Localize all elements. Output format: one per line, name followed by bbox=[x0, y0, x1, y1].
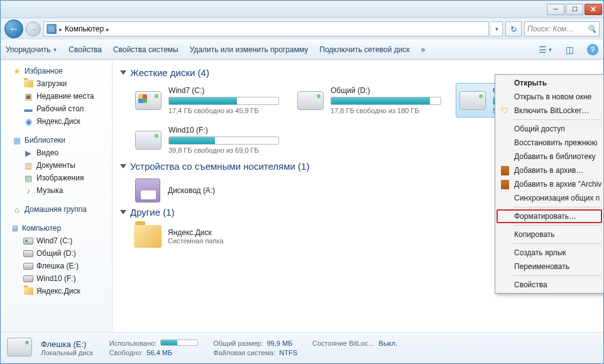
system-properties-button[interactable]: Свойства системы bbox=[113, 45, 178, 54]
menu-separator bbox=[513, 275, 601, 276]
minimize-button[interactable]: ─ bbox=[547, 4, 564, 15]
back-button[interactable]: ← bbox=[4, 19, 23, 38]
drive-icon bbox=[23, 236, 33, 246]
sidebar-yandex-folder[interactable]: Яндекс.Диск bbox=[1, 285, 112, 297]
document-icon: ▥ bbox=[23, 160, 33, 170]
preview-pane-button[interactable]: ◫ bbox=[563, 43, 576, 56]
used-bar bbox=[160, 339, 198, 346]
sidebar-documents[interactable]: ▥Документы bbox=[1, 159, 112, 172]
rar-icon bbox=[500, 179, 510, 189]
star-icon: ★ bbox=[12, 66, 22, 76]
navigation-pane: ★Избранное Загрузки ▣Недавние места ▬Раб… bbox=[1, 60, 113, 332]
menu-item-label: Свойства bbox=[514, 280, 547, 289]
sidebar-downloads[interactable]: Загрузки bbox=[1, 77, 112, 90]
map-drive-button[interactable]: Подключить сетевой диск bbox=[319, 45, 409, 54]
search-input[interactable]: Поиск: Ком… 🔍 bbox=[524, 21, 600, 36]
chevron-down-icon: ▼ bbox=[52, 47, 57, 53]
recent-icon: ▣ bbox=[23, 91, 33, 101]
sidebar-drive-e[interactable]: Флешка (E:) bbox=[1, 260, 112, 272]
menu-item-label: Добавить в архив… bbox=[514, 166, 583, 175]
properties-button[interactable]: Свойства bbox=[69, 45, 102, 54]
breadcrumb-text[interactable]: Компьютер bbox=[65, 25, 104, 33]
sidebar-favorites[interactable]: ★Избранное bbox=[1, 65, 112, 77]
menu-item-label: Форматировать… bbox=[514, 212, 576, 221]
details-title: Флешка (E:) bbox=[41, 339, 93, 349]
menu-separator bbox=[513, 207, 601, 207]
sidebar-recent[interactable]: ▣Недавние места bbox=[1, 90, 112, 102]
sidebar-pictures[interactable]: ▧Изображения bbox=[1, 172, 112, 184]
disk-icon: ◉ bbox=[23, 116, 33, 126]
overflow-button[interactable]: » bbox=[421, 45, 426, 54]
video-icon: ▶ bbox=[23, 148, 33, 158]
context-menu-item[interactable]: Восстановить прежнюю bbox=[497, 136, 602, 150]
floppy-icon bbox=[134, 179, 162, 202]
music-icon: ♪ bbox=[23, 185, 33, 196]
refresh-button[interactable]: ↻ bbox=[505, 21, 522, 36]
details-pane: Флешка (E:) Локальный диск Использовано:… bbox=[1, 332, 603, 363]
context-menu-item[interactable]: Синхронизация общих п bbox=[497, 191, 602, 205]
menu-item-label: Создать ярлык bbox=[514, 248, 566, 257]
context-menu-item[interactable]: Форматировать… bbox=[497, 209, 602, 223]
maximize-button[interactable]: ☐ bbox=[566, 4, 583, 15]
picture-icon: ▧ bbox=[23, 173, 33, 183]
menu-item-label: Синхронизация общих п bbox=[514, 194, 600, 202]
forward-button[interactable]: → bbox=[26, 21, 41, 36]
drive-wind10-f[interactable]: Wind10 (F:) 39,8 ГБ свободно из 69,0 ГБ bbox=[131, 123, 282, 157]
context-menu-item[interactable]: 🛡Включить BitLocker… bbox=[497, 104, 602, 118]
context-menu-item[interactable]: Добавить в архив… bbox=[497, 163, 602, 177]
sidebar-drive-f[interactable]: Wind10 (F:) bbox=[1, 272, 112, 285]
context-menu-item[interactable]: Общий доступ bbox=[497, 122, 602, 136]
capacity-bar bbox=[168, 136, 279, 145]
context-menu-item[interactable]: Создать ярлык bbox=[497, 246, 602, 260]
context-menu-item[interactable]: Добавить в архив "Archiv bbox=[497, 177, 602, 191]
folder-icon bbox=[23, 286, 33, 296]
collapse-icon bbox=[120, 164, 126, 168]
sidebar-libraries[interactable]: ▦Библиотеки bbox=[1, 134, 112, 146]
drive-wind7-c[interactable]: Wind7 (C:) 17,4 ГБ свободно из 45,9 ГБ bbox=[131, 83, 282, 118]
title-bar: ─ ☐ ✕ bbox=[1, 1, 603, 18]
menu-separator bbox=[513, 243, 601, 244]
drive-common-d[interactable]: Общий (D:) 17,8 ГБ свободно из 180 ГБ bbox=[294, 83, 444, 118]
context-menu-item[interactable]: Копировать bbox=[497, 228, 602, 241]
context-menu-item[interactable]: Свойства bbox=[497, 278, 602, 292]
library-icon: ▦ bbox=[12, 135, 22, 145]
collapse-icon bbox=[120, 70, 126, 75]
sidebar-homegroup[interactable]: ⌂Домашняя группа bbox=[1, 203, 112, 216]
explorer-window: ─ ☐ ✕ ← → ▸ Компьютер ▸ ▾ ↻ Поиск: Ком… … bbox=[0, 0, 604, 364]
context-menu-item[interactable]: Открыть bbox=[497, 76, 602, 90]
context-menu-item[interactable]: Открыть в новом окне bbox=[497, 90, 602, 104]
sidebar-drive-c[interactable]: Wind7 (C:) bbox=[1, 234, 112, 247]
search-placeholder: Поиск: Ком… bbox=[527, 25, 574, 33]
view-button[interactable]: ☰▼ bbox=[539, 43, 552, 56]
computer-icon: 🖥 bbox=[9, 223, 19, 233]
organize-button[interactable]: Упорядочить ▼ bbox=[6, 45, 57, 54]
sidebar-drive-d[interactable]: Общий (D:) bbox=[1, 247, 112, 260]
drive-icon bbox=[23, 273, 33, 284]
search-icon: 🔍 bbox=[587, 25, 596, 33]
uninstall-button[interactable]: Удалить или изменить программу bbox=[190, 45, 309, 54]
context-menu-item[interactable]: Добавить в библиотеку bbox=[497, 150, 602, 163]
context-menu-item[interactable]: Переименовать bbox=[497, 260, 602, 273]
drive-icon bbox=[23, 248, 33, 258]
sidebar-computer[interactable]: 🖥Компьютер bbox=[1, 222, 112, 234]
help-button[interactable]: ? bbox=[587, 44, 598, 55]
breadcrumb[interactable]: ▸ Компьютер ▸ bbox=[43, 21, 489, 36]
drive-icon bbox=[7, 338, 33, 359]
sidebar-music[interactable]: ♪Музыка bbox=[1, 184, 112, 197]
folder-icon bbox=[23, 79, 33, 89]
menu-item-label: Восстановить прежнюю bbox=[514, 138, 598, 147]
sidebar-yandex-disk[interactable]: ◉Яндекс.Диск bbox=[1, 115, 112, 128]
menu-item-label: Переименовать bbox=[514, 262, 569, 271]
drive-icon bbox=[459, 89, 486, 112]
chevron-right-icon: ▸ bbox=[59, 26, 62, 33]
command-bar: Упорядочить ▼ Свойства Свойства системы … bbox=[1, 40, 603, 60]
collapse-icon bbox=[120, 210, 126, 214]
breadcrumb-dropdown[interactable]: ▾ bbox=[491, 21, 503, 36]
drive-icon bbox=[23, 261, 33, 271]
sidebar-desktop[interactable]: ▬Рабочий стол bbox=[1, 102, 112, 115]
sidebar-videos[interactable]: ▶Видео bbox=[1, 146, 112, 159]
menu-separator bbox=[513, 225, 601, 226]
homegroup-icon: ⌂ bbox=[12, 204, 22, 214]
capacity-bar bbox=[331, 97, 441, 105]
close-button[interactable]: ✕ bbox=[585, 4, 602, 15]
